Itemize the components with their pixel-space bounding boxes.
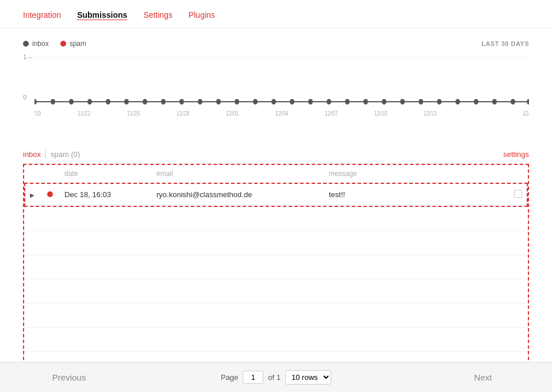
status-cell <box>41 183 59 207</box>
legend-spam: spam <box>60 40 86 48</box>
y-label-0: 0 <box>23 94 26 101</box>
chart-area: inbox spam LAST 30 DAYS 1 – 0 <box>0 28 552 140</box>
expand-arrow[interactable]: ▶ <box>30 192 34 198</box>
svg-point-22 <box>382 99 386 105</box>
svg-point-21 <box>363 99 368 105</box>
tabs-row: inbox spam (0) settings <box>23 145 529 164</box>
svg-point-18 <box>308 99 313 105</box>
svg-point-20 <box>345 99 350 105</box>
svg-point-16 <box>271 99 276 105</box>
inbox-dot <box>23 41 29 47</box>
tab-spam[interactable]: spam (0) <box>46 150 80 159</box>
svg-point-26 <box>455 99 460 105</box>
nav-plugins[interactable]: Plugins <box>189 10 215 20</box>
nav-settings[interactable]: Settings <box>143 10 172 20</box>
header-date: date <box>59 165 151 183</box>
tabs-left: inbox spam (0) <box>23 150 80 159</box>
email-cell: ryo.konishi@classmethod.de <box>151 183 323 207</box>
table-header-row: date email message <box>24 165 528 183</box>
svg-point-11 <box>179 99 184 105</box>
submissions-table: date email message ▶ Dec 18, 16:03 ryo.k… <box>24 165 528 376</box>
y-label-1: 1 – <box>23 53 32 60</box>
svg-point-14 <box>235 99 239 105</box>
svg-text:12/16: 12/16 <box>523 110 529 117</box>
status-dot <box>47 191 53 197</box>
chart-container: 1 – 0 <box>23 53 529 134</box>
svg-point-30 <box>527 99 529 105</box>
svg-point-10 <box>161 99 166 105</box>
table-body: ▶ Dec 18, 16:03 ryo.konishi@classmethod.… <box>24 183 528 376</box>
header-checkbox <box>508 165 528 183</box>
svg-text:12/01: 12/01 <box>226 110 239 117</box>
pagination-bar: Previous Page of 1 10 rows 25 rows 50 ro… <box>0 362 552 392</box>
table-row-empty <box>24 231 528 255</box>
header-expand <box>24 165 41 183</box>
svg-text:11/28: 11/28 <box>177 110 190 117</box>
next-button[interactable]: Next <box>414 363 552 392</box>
svg-point-7 <box>106 99 110 105</box>
svg-point-17 <box>290 99 294 105</box>
svg-text:11/22: 11/22 <box>78 110 91 117</box>
date-cell: Dec 18, 16:03 <box>59 183 151 207</box>
table-wrapper: date email message ▶ Dec 18, 16:03 ryo.k… <box>23 164 529 377</box>
svg-text:12/07: 12/07 <box>325 110 338 117</box>
row-checkbox[interactable] <box>514 190 522 198</box>
svg-point-12 <box>198 99 202 105</box>
spam-legend-label: spam <box>70 40 86 48</box>
nav-submissions[interactable]: Submissions <box>77 10 127 20</box>
tab-inbox[interactable]: inbox <box>23 150 46 159</box>
svg-point-9 <box>143 99 147 105</box>
top-navigation: Integration Submissions Settings Plugins <box>0 0 552 28</box>
of-label: of 1 <box>268 373 281 382</box>
svg-text:12/04: 12/04 <box>275 110 289 117</box>
table-row-empty <box>24 328 528 352</box>
header-message: message <box>323 165 508 183</box>
svg-point-23 <box>400 99 405 105</box>
table-row[interactable]: ▶ Dec 18, 16:03 ryo.konishi@classmethod.… <box>24 183 528 207</box>
period-label: LAST 30 DAYS <box>481 40 529 47</box>
svg-point-6 <box>87 99 92 105</box>
svg-point-25 <box>437 99 442 105</box>
message-cell: test!! <box>323 183 508 207</box>
page-input[interactable] <box>243 371 263 384</box>
svg-point-5 <box>69 99 74 105</box>
table-row-empty <box>24 303 528 328</box>
svg-point-15 <box>253 99 258 105</box>
settings-link[interactable]: settings <box>503 150 529 159</box>
svg-point-13 <box>216 99 221 105</box>
checkbox-cell[interactable] <box>508 183 528 207</box>
svg-text:11/25: 11/25 <box>127 110 140 117</box>
spam-dot <box>60 41 66 47</box>
svg-point-8 <box>124 99 129 105</box>
legend-inbox: inbox <box>23 40 49 48</box>
table-row-empty <box>24 255 528 279</box>
svg-point-24 <box>419 99 423 105</box>
svg-point-29 <box>511 99 515 105</box>
nav-integration[interactable]: Integration <box>23 10 61 20</box>
table-row-empty <box>24 279 528 303</box>
svg-point-3 <box>34 99 37 105</box>
svg-text:11/19: 11/19 <box>34 110 41 117</box>
inbox-legend-label: inbox <box>32 40 49 48</box>
svg-text:12/10: 12/10 <box>374 110 388 117</box>
svg-point-4 <box>51 99 55 105</box>
svg-point-19 <box>327 99 331 105</box>
expand-cell[interactable]: ▶ <box>24 183 41 207</box>
table-area: inbox spam (0) settings date email messa… <box>0 145 552 392</box>
header-status <box>41 165 59 183</box>
chart-svg: 11/19 11/22 11/25 11/28 12/01 12/04 12/0… <box>34 53 529 122</box>
header-email: email <box>151 165 323 183</box>
rows-select[interactable]: 10 rows 25 rows 50 rows <box>285 370 331 385</box>
page-label: Page <box>221 373 238 382</box>
svg-point-27 <box>474 99 478 105</box>
chart-legend: inbox spam LAST 30 DAYS <box>23 40 529 48</box>
svg-point-28 <box>492 99 497 105</box>
pagination-center: Page of 1 10 rows 25 rows 50 rows <box>138 370 414 385</box>
previous-button[interactable]: Previous <box>0 363 138 392</box>
table-row-empty <box>24 207 528 231</box>
svg-text:12/13: 12/13 <box>424 110 437 117</box>
